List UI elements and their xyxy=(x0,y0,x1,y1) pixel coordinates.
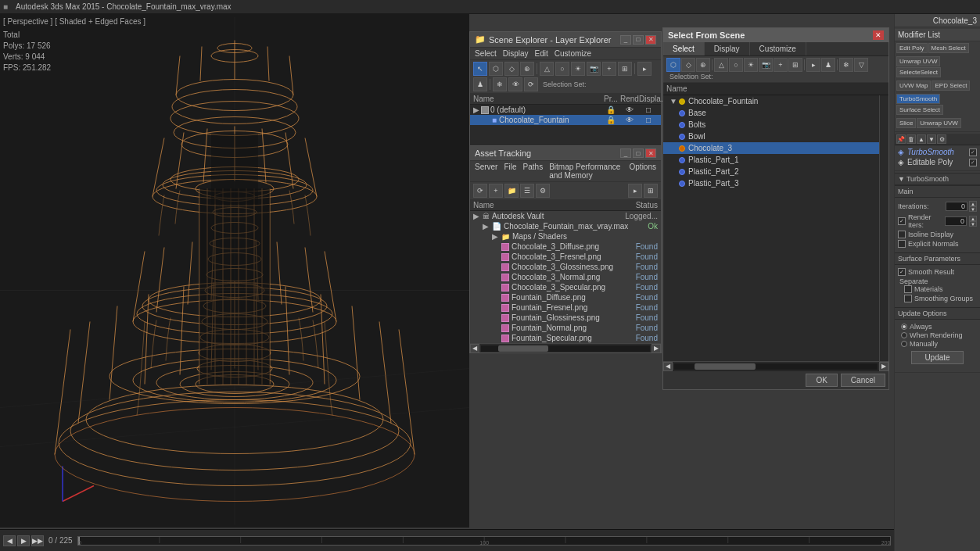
se-menu-display[interactable]: Display xyxy=(503,49,529,58)
se-tb-select[interactable]: ↖ xyxy=(473,62,487,76)
se-tb-none[interactable]: ◇ xyxy=(504,62,519,76)
ts-iter-up[interactable]: ▲ xyxy=(969,201,977,206)
se-tb-helper[interactable]: + xyxy=(602,62,616,76)
ts-iter-down[interactable]: ▼ xyxy=(969,206,977,212)
asset-item-maxfile[interactable]: ▶ 📄 Chocolate_Fountain_max_vray.max Ok xyxy=(470,221,661,231)
at-tb-settings[interactable]: ⚙ xyxy=(536,184,550,198)
rp-btn-uvw-map[interactable]: UVW Map xyxy=(896,81,931,91)
ts-smooth-result-cb[interactable]: ✓ xyxy=(898,268,906,276)
ts-ri-up[interactable]: ▲ xyxy=(969,216,977,221)
timeline-bar[interactable]: 0 100 200 xyxy=(77,536,891,546)
ts-render-iters-cb[interactable]: ✓ xyxy=(898,217,906,225)
asset-item-fount-fresnel[interactable]: Fountain_Fresnel.png Found xyxy=(470,302,661,313)
ts-explicit-normals-cb[interactable] xyxy=(898,240,906,248)
ts-always-radio[interactable] xyxy=(901,324,907,330)
mod-check-turbosmooth[interactable]: ✓ xyxy=(969,148,977,156)
sfs-tb-invert[interactable]: ⊕ xyxy=(696,58,710,72)
rp-btn-surface-select[interactable]: Surface Select xyxy=(896,105,943,115)
at-menu-options[interactable]: Options xyxy=(630,163,656,180)
rp-btn-unwrap[interactable]: Unwrap UVW xyxy=(896,56,940,66)
at-tb-more2[interactable]: ⊞ xyxy=(644,184,658,198)
at-scroll-left[interactable]: ◀ xyxy=(470,344,479,353)
se-tb-all[interactable]: ⬡ xyxy=(489,62,503,76)
at-scroll-right[interactable]: ▶ xyxy=(652,344,661,353)
asset-item-choc-spec[interactable]: Chocolate_3_Specular.png Found xyxy=(470,282,661,292)
asset-item-choc-gloss[interactable]: Chocolate_3_Glossiness.png Found xyxy=(470,262,661,272)
rp-mod-down[interactable]: ▼ xyxy=(927,134,936,144)
sfs-tab-select[interactable]: Select xyxy=(663,42,705,55)
rp-btn-turbo-smooth[interactable]: TurboSmooth xyxy=(896,94,940,104)
at-tb-add[interactable]: + xyxy=(489,184,503,198)
sfs-tb-none[interactable]: ◇ xyxy=(681,58,695,72)
rp-btn-edit-poly[interactable]: Edit Poly xyxy=(896,43,928,53)
sfs-item-plastic2[interactable]: Plastic_Part_2 xyxy=(663,166,879,177)
timeline-next-btn[interactable]: ▶▶ xyxy=(31,535,44,546)
at-minimize[interactable]: _ xyxy=(620,148,631,158)
rp-mod-up[interactable]: ▲ xyxy=(917,134,926,144)
rp-btn-slice[interactable]: Slice xyxy=(896,118,916,128)
se-tb-geo[interactable]: △ xyxy=(540,62,554,76)
modifier-item-turbosmooth[interactable]: ◈ TurboSmooth ✓ xyxy=(896,147,978,157)
viewport[interactable]: [ Perspective ] [ Shaded + Edged Faces ]… xyxy=(0,14,469,528)
sfs-tb-biped[interactable]: ♟ xyxy=(821,58,835,72)
rp-mod-pin[interactable]: 📌 xyxy=(896,134,906,144)
modifier-item-editable-poly[interactable]: ◈ Editable Poly ✓ xyxy=(896,157,978,167)
sfs-h-scrollbar[interactable]: ◀ ▶ xyxy=(663,361,888,370)
rp-mod-del[interactable]: 🗑 xyxy=(906,134,916,144)
se-tb-invert[interactable]: ⊕ xyxy=(520,62,534,76)
sfs-item-fountain[interactable]: ▼ Chocolate_Fountain xyxy=(663,95,879,107)
se-tb-cam[interactable]: 📷 xyxy=(587,62,601,76)
sfs-item-plastic1[interactable]: Plastic_Part_1 xyxy=(663,154,879,166)
sfs-scroll-right[interactable]: ▶ xyxy=(879,362,888,371)
sfs-tb-shape[interactable]: ○ xyxy=(729,58,743,72)
asset-item-choc-normal[interactable]: Chocolate_3_Normal.png Found xyxy=(470,272,661,282)
sfs-scroll-left[interactable]: ◀ xyxy=(663,362,673,371)
rp-btn-mesh-select[interactable]: Mesh Select xyxy=(928,43,969,53)
at-tb-more1[interactable]: ▸ xyxy=(628,184,642,198)
sfs-tb-bone[interactable]: ▸ xyxy=(806,58,820,72)
sfs-tb-space[interactable]: ⊞ xyxy=(788,58,802,72)
tree-layer-default[interactable]: ▶ 0 (default) 🔒 👁 □ xyxy=(470,105,661,115)
se-tb-shape[interactable]: ○ xyxy=(555,62,569,76)
ts-isoline-cb[interactable] xyxy=(898,231,906,238)
sfs-v-scrollbar[interactable] xyxy=(879,95,888,361)
asset-item-maps-folder[interactable]: ▶ 📁 Maps / Shaders xyxy=(470,231,661,242)
rp-btn-unwrap-uvw2[interactable]: Unwrap UVW xyxy=(917,118,960,128)
sfs-tb-freeze[interactable]: ❄ xyxy=(839,58,853,72)
se-menu-customize[interactable]: Customize xyxy=(555,49,591,58)
sfs-tb-filter[interactable]: ▽ xyxy=(854,58,868,72)
asset-item-vault[interactable]: ▶ 🏛 Autodesk Vault Logged... xyxy=(470,211,661,221)
at-close[interactable]: ✕ xyxy=(645,148,656,158)
ts-iterations-input[interactable] xyxy=(946,202,967,211)
asset-item-fount-gloss[interactable]: Fountain_Glossiness.png Found xyxy=(470,313,661,323)
sfs-item-bowl[interactable]: Bowl xyxy=(663,131,879,142)
ts-when-rendering-radio[interactable] xyxy=(901,332,907,338)
ts-render-iters-input[interactable] xyxy=(945,216,967,226)
se-tb-hide[interactable]: 👁 xyxy=(508,77,522,91)
sfs-tab-customize[interactable]: Customize xyxy=(750,42,806,55)
timeline-play-btn[interactable]: ▶ xyxy=(17,535,30,546)
ts-ri-down[interactable]: ▼ xyxy=(969,221,977,227)
sfs-item-bolts[interactable]: Bolts xyxy=(663,119,879,131)
sfs-list[interactable]: ▼ Chocolate_Fountain Base Bolts Bowl xyxy=(663,95,879,361)
at-tb-folder[interactable]: 📁 xyxy=(504,184,519,198)
sfs-tb-light[interactable]: ☀ xyxy=(744,58,758,72)
se-menu-edit[interactable]: Edit xyxy=(535,49,548,58)
at-menu-paths[interactable]: Paths xyxy=(523,163,544,180)
sfs-close-btn[interactable]: ✕ xyxy=(873,30,884,40)
ts-materials-cb[interactable] xyxy=(904,285,912,293)
at-restore[interactable]: □ xyxy=(633,148,644,158)
sfs-cancel-btn[interactable]: Cancel xyxy=(841,374,885,387)
se-tb-biped[interactable]: ♟ xyxy=(473,77,487,91)
tree-object-fountain[interactable]: ■ Chocolate_Fountain 🔒 👁 □ xyxy=(470,115,661,125)
at-menu-bitmap[interactable]: Bitmap Performance and Memory xyxy=(549,163,623,180)
sfs-tb-helper[interactable]: + xyxy=(774,58,788,72)
mod-check-editable-poly[interactable]: ✓ xyxy=(969,159,977,166)
sfs-tb-cam[interactable]: 📷 xyxy=(759,58,773,72)
sfs-item-choc3[interactable]: Chocolate_3 xyxy=(663,142,879,154)
se-tb-sync[interactable]: ⟳ xyxy=(524,77,538,91)
ts-update-btn[interactable]: Update xyxy=(911,351,963,364)
at-tb-refresh[interactable]: ⟳ xyxy=(473,184,487,198)
sfs-tab-display[interactable]: Display xyxy=(705,42,750,55)
at-h-scrollbar[interactable]: ◀ ▶ xyxy=(470,343,661,352)
